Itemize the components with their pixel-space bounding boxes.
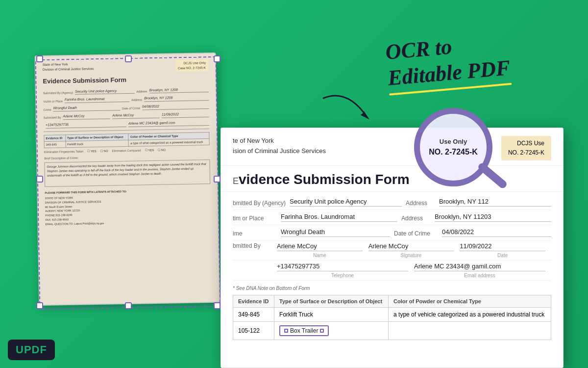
scanned-divider [44, 129, 209, 132]
magnifier-handle [477, 161, 508, 189]
scanned-checkbox-row: Elimination Fingerprints Taken ☐ YES ☐ N… [44, 148, 210, 155]
scanned-document: State of New York Division of Criminal J… [35, 53, 220, 306]
selection-handle-bm[interactable] [125, 302, 132, 309]
col-surface-type: Type of Surface or Description of Object [274, 295, 389, 308]
updf-logo[interactable]: UPDF [8, 340, 55, 360]
victim-row: tim or Place Farinha Bros. Laundromat Ad… [233, 210, 551, 225]
evidence-type-1[interactable]: Forklift Truck [274, 308, 389, 322]
editable-division: ision of Criminal Justice Services [233, 146, 326, 157]
box-trailer-handle-left[interactable] [284, 329, 288, 333]
evidence-color-1[interactable]: a type of vehicle categorized as a power… [389, 308, 551, 322]
box-trailer-handle-right[interactable] [320, 329, 324, 333]
col-evidence-id: Evidence ID [233, 295, 274, 308]
crime-row: ime Wrongful Death Date of Crime 04/08/2… [233, 225, 551, 240]
arrow-icon [318, 93, 377, 132]
selection-handle-mr[interactable] [214, 176, 220, 183]
scanned-doc-title: Evidence Submission Form [43, 74, 208, 86]
editable-case-no: NO. 2-7245-K [508, 148, 544, 158]
evidence-type-2[interactable]: Box Trailer [274, 322, 389, 340]
magnifier-glass: Use Only NO. 2-7245-K [414, 108, 492, 186]
selection-handle-br[interactable] [214, 302, 220, 309]
selection-handle-tr[interactable] [214, 55, 220, 62]
scanned-description: George Johnson disconnected the key load… [44, 159, 210, 187]
scanned-division: Division of Criminal Justice Services [43, 66, 94, 72]
box-trailer-highlight[interactable]: Box Trailer [279, 325, 329, 336]
evidence-table: Evidence ID Type of Surface or Descripti… [233, 295, 551, 340]
table-row: 349-845 Forklift Truck a type of vehicle… [233, 308, 551, 322]
email-col: Arlene MC 23434@ gamil.com Email address [414, 263, 551, 278]
signature-col: Arlene McCoy Signature [368, 242, 460, 258]
evidence-color-2[interactable] [389, 322, 551, 340]
selection-handle-tm[interactable] [125, 55, 132, 62]
editable-state: te of New York [233, 136, 326, 146]
scanned-forward-section: PLEASE FORWARD THIS FORM WITH LATENTS AT… [45, 188, 211, 226]
magnifier-text: Use Only NO. 2-7245-K [424, 133, 483, 162]
date-col: 11/09/2022 Date [460, 242, 551, 258]
contact-row: +13475297735 Telephone Arlene MC 23434@ … [233, 261, 551, 281]
scanned-desc-label: Brief Description of Crime: [44, 154, 210, 160]
selection-handle-ml[interactable] [36, 176, 43, 183]
dna-note: * See DNA Note on Bottom of Form [221, 284, 563, 293]
scanned-evidence-table: Evidence ID Type of Surface or Descripti… [44, 132, 209, 149]
evidence-id-2[interactable]: 105-122 [233, 322, 274, 340]
table-row: 105-122 Box Trailer [233, 322, 551, 340]
ocr-title: OCR to Editable PDF [385, 29, 512, 95]
magnifier: Use Only NO. 2-7245-K [414, 108, 512, 206]
editable-dcjs-label: DCJS Use [508, 139, 544, 148]
scanned-evidence-table-section: Evidence ID Type of Surface or Descripti… [44, 132, 209, 149]
telephone-col: +13475297735 Telephone [277, 263, 414, 278]
selection-handle-bl[interactable] [36, 302, 43, 309]
scanned-case-no: Case NO. 2-7245-K [178, 65, 206, 71]
editable-document: te of New York ision of Criminal Justice… [220, 128, 564, 368]
evidence-id-1[interactable]: 349-845 [233, 308, 274, 322]
name-col: Arlene McCoy Name [277, 242, 368, 258]
col-powder-color: Color of Powder or Chemical Type [389, 295, 551, 308]
selection-handle-tl[interactable] [36, 55, 43, 62]
signature-row: bmitted By Arlene McCoy Name Arlene McCo… [233, 240, 551, 261]
